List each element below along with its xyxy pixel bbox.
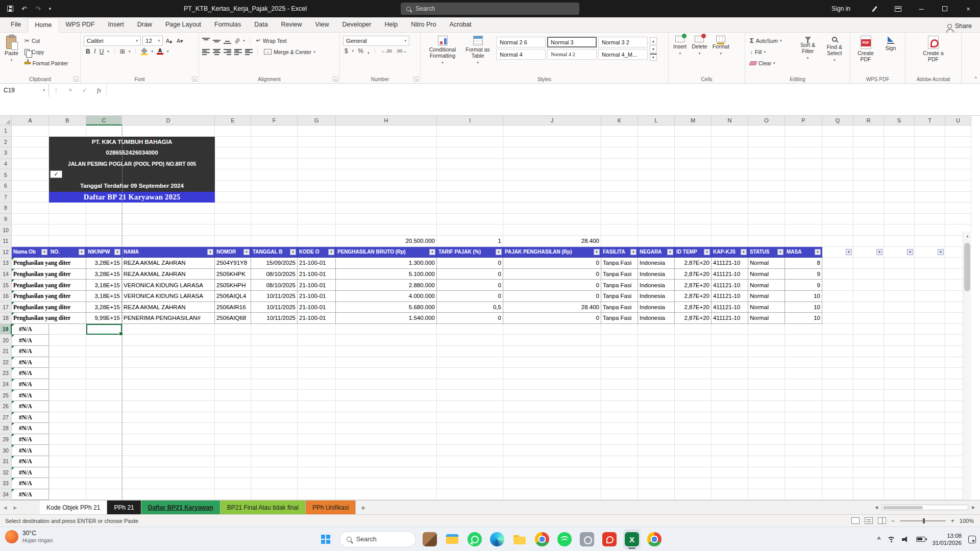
cell-S2[interactable] <box>884 137 915 148</box>
cell-I27[interactable] <box>437 412 503 423</box>
cell-D22[interactable] <box>122 357 215 368</box>
column-header-N[interactable]: N <box>712 116 748 126</box>
start-button[interactable] <box>317 529 334 549</box>
cell-G2[interactable] <box>298 137 336 148</box>
create-pdf-button[interactable]: PDF Create PDF <box>853 35 878 75</box>
cell-Q33[interactable] <box>822 478 853 489</box>
cell-L27[interactable] <box>638 412 675 423</box>
row-header-20[interactable]: 20 <box>0 335 12 346</box>
cell-M32[interactable] <box>675 467 712 479</box>
cell-K7[interactable] <box>601 192 638 203</box>
cell-O27[interactable] <box>748 412 785 423</box>
cell-K22[interactable] <box>601 357 638 368</box>
cell-S9[interactable] <box>884 214 915 225</box>
cell-P18[interactable]: 10 <box>785 313 822 324</box>
cell-L21[interactable] <box>638 346 675 357</box>
cell-H16[interactable]: 4.000.000 <box>336 291 437 302</box>
cell-T16[interactable] <box>915 291 945 302</box>
cell-C16[interactable]: 3,18E+15 <box>86 291 122 302</box>
cell-T14[interactable] <box>915 269 945 280</box>
cell-O30[interactable] <box>748 445 785 456</box>
style-normal-4-2[interactable]: Normal 4 2 <box>547 49 597 60</box>
cell-A26[interactable]: #N/A <box>12 401 49 412</box>
cell-R32[interactable] <box>853 467 884 479</box>
cell-P29[interactable] <box>785 434 822 445</box>
page-layout-view-button[interactable] <box>865 517 873 524</box>
cell-T27[interactable] <box>915 412 945 423</box>
cell-K31[interactable] <box>601 456 638 467</box>
cell-E7[interactable] <box>215 192 251 203</box>
cell-C13[interactable]: 3,28E+15 <box>86 258 122 269</box>
sign-button[interactable]: Sign <box>880 35 901 75</box>
cell-F9[interactable] <box>251 214 298 225</box>
cell-P15[interactable]: 9 <box>785 280 822 291</box>
cell-I19[interactable] <box>437 324 503 335</box>
cell-C11[interactable] <box>86 236 122 247</box>
cell-S26[interactable] <box>884 401 915 412</box>
row-header-14[interactable]: 14 <box>0 269 12 280</box>
cell-P8[interactable] <box>785 203 822 214</box>
row-header-19[interactable]: 19 <box>0 324 12 335</box>
cell-T28[interactable] <box>915 423 945 434</box>
cell-A30[interactable]: #N/A <box>12 445 49 456</box>
cell-B24[interactable] <box>49 379 86 390</box>
wrap-text-button[interactable]: ↵ Wrap Text <box>255 36 288 45</box>
decrease-indent-icon[interactable] <box>234 49 242 55</box>
cell-L20[interactable] <box>638 335 675 346</box>
cell-G12[interactable]: KODE O▼ <box>298 247 336 258</box>
cell-E23[interactable] <box>215 368 251 379</box>
chevron-down-icon[interactable]: ▾ <box>352 49 354 53</box>
cell-C30[interactable] <box>86 445 122 456</box>
cell-G30[interactable] <box>298 445 336 456</box>
cell-L28[interactable] <box>638 423 675 434</box>
cell-O15[interactable]: Normal <box>748 280 785 291</box>
gallery-up-icon[interactable]: ▲ <box>650 37 657 44</box>
cell-G24[interactable] <box>298 379 336 390</box>
style-normal-4-m[interactable]: Normal 4_M... <box>598 49 648 60</box>
cell-Q21[interactable] <box>822 346 853 357</box>
cell-M31[interactable] <box>675 456 712 467</box>
cell-L11[interactable] <box>638 236 675 247</box>
cell-N19[interactable] <box>712 324 748 335</box>
cell-F33[interactable] <box>251 478 298 489</box>
cell-D21[interactable] <box>122 346 215 357</box>
cell-O1[interactable] <box>748 126 785 137</box>
sheet-tab-kode-objek-pph-21[interactable]: Kode Objek PPh 21 <box>40 500 107 514</box>
cell-K19[interactable] <box>601 324 638 335</box>
cell-H22[interactable] <box>336 357 437 368</box>
cell-M19[interactable] <box>675 324 712 335</box>
close-button[interactable]: × <box>957 0 980 17</box>
cell-A13[interactable]: Penghasilan yang diter <box>12 258 86 269</box>
cell-H12[interactable]: PENGHASILAN BRUTO (Rp)▼ <box>336 247 437 258</box>
cell-E15[interactable]: 2505KHPH <box>215 280 251 291</box>
cell-H34[interactable] <box>336 489 437 500</box>
grow-font-button[interactable]: A▴ <box>164 36 174 46</box>
cell-L30[interactable] <box>638 445 675 456</box>
cell-R10[interactable] <box>853 224 884 236</box>
cell-T11[interactable] <box>915 236 945 247</box>
cell-Q7[interactable] <box>822 192 853 203</box>
cell-L3[interactable] <box>638 147 675 159</box>
cell-C8[interactable] <box>86 203 122 214</box>
cell-M6[interactable] <box>675 181 712 192</box>
cell-F20[interactable] <box>251 335 298 346</box>
cell-A18[interactable]: Penghasilan yang diter <box>12 313 86 324</box>
tab-wps-pdf[interactable]: WPS PDF <box>59 18 102 32</box>
cell-L16[interactable]: Indonesia <box>638 291 675 302</box>
cell-T23[interactable] <box>915 368 945 379</box>
column-header-M[interactable]: M <box>675 116 712 126</box>
cell-N13[interactable]: 411121-10 <box>712 258 748 269</box>
cell-E18[interactable]: 2506AIQ68 <box>215 313 251 324</box>
copy-button[interactable]: Copy <box>23 47 69 57</box>
vertical-scroll-thumb[interactable] <box>964 243 970 291</box>
cell-H3[interactable] <box>336 147 437 159</box>
cell-M2[interactable] <box>675 137 712 148</box>
column-header-U[interactable]: U <box>945 116 971 126</box>
cell-K18[interactable]: Tanpa Fasi <box>601 313 638 324</box>
cell-U6[interactable] <box>945 181 971 192</box>
cell-S27[interactable] <box>884 412 915 423</box>
cell-O24[interactable] <box>748 379 785 390</box>
cell-E4[interactable] <box>215 159 251 170</box>
cell-G9[interactable] <box>298 214 336 225</box>
cell-U5[interactable] <box>945 169 971 181</box>
